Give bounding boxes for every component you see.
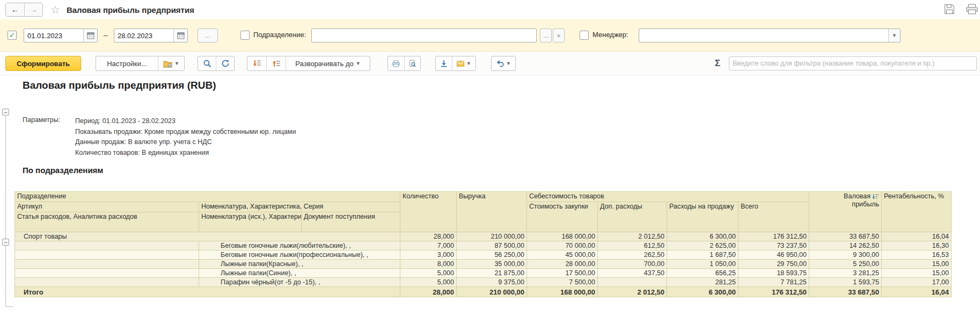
collapse-report-button[interactable]: −: [2, 109, 9, 116]
save-file-button[interactable]: [436, 56, 452, 70]
cell-quantity[interactable]: 3,000: [400, 250, 457, 260]
cell-revenue[interactable]: 87 500,00: [457, 241, 527, 250]
cell-revenue[interactable]: 210 000,00: [457, 287, 527, 297]
cell-quantity[interactable]: 28,000: [400, 232, 457, 241]
cell-selling_costs[interactable]: 6 300,00: [667, 287, 738, 297]
manager-checkbox[interactable]: [580, 31, 589, 40]
collapse-rows-button[interactable]: [247, 56, 266, 70]
chevron-down-icon[interactable]: ▼: [888, 29, 900, 42]
cell-gross_profit[interactable]: 1 593,75: [809, 278, 882, 287]
back-button[interactable]: ←: [6, 3, 24, 16]
cell-purchase_cost[interactable]: 168 000,00: [527, 287, 598, 297]
cell-quantity[interactable]: 8,000: [400, 260, 457, 269]
cell-profitability[interactable]: 16,53: [882, 250, 952, 260]
cell-gross_profit[interactable]: 33 687,50: [809, 287, 882, 297]
cell-nomenclature[interactable]: Лыжные палки(Синие), ,: [199, 269, 400, 278]
cell-selling_costs[interactable]: 1 687,50: [667, 250, 738, 260]
cell-gross_profit[interactable]: 5 250,00: [809, 260, 882, 269]
cell-selling_costs[interactable]: 656,25: [667, 269, 738, 278]
sort-descending-icon[interactable]: [872, 194, 879, 200]
cell-gross_profit[interactable]: 9 300,00: [809, 250, 882, 260]
cell-profitability[interactable]: 15,00: [882, 260, 952, 269]
forward-button[interactable]: →: [24, 3, 42, 16]
period-more-button[interactable]: ...: [198, 28, 218, 42]
cell-total[interactable]: 7 781,25: [738, 278, 809, 287]
cell-selling_costs[interactable]: 281,25: [667, 278, 738, 287]
cell-total[interactable]: 29 750,00: [738, 260, 809, 269]
cell-article[interactable]: [15, 260, 199, 269]
division-input[interactable]: [311, 28, 537, 42]
cell-gross_profit[interactable]: 3 281,25: [809, 269, 882, 278]
cell-gross_profit[interactable]: 14 262,50: [809, 241, 882, 250]
print-button[interactable]: [388, 56, 404, 70]
cell-gross_profit[interactable]: 33 687,50: [809, 232, 882, 241]
expand-rows-button[interactable]: [266, 56, 286, 70]
cell-revenue[interactable]: 56 250,00: [457, 250, 527, 260]
cell-profitability[interactable]: 15,00: [882, 269, 952, 278]
cell-total[interactable]: 18 593,75: [738, 269, 809, 278]
cell-extra_costs[interactable]: [598, 278, 667, 287]
save-icon[interactable]: [942, 3, 956, 16]
cell-extra_costs[interactable]: 262,50: [598, 250, 667, 260]
cell-nomenclature[interactable]: Беговые гоночные лыжи(профессиональные),…: [199, 250, 400, 260]
favorite-star-icon[interactable]: ☆: [50, 3, 60, 16]
cell-revenue[interactable]: 21 875,00: [457, 269, 527, 278]
calendar-icon[interactable]: [173, 29, 187, 42]
cell-purchase_cost[interactable]: 7 500,00: [527, 278, 598, 287]
cell-total[interactable]: 176 312,50: [738, 232, 809, 241]
cell-total-label[interactable]: Итого: [15, 287, 400, 297]
cell-total[interactable]: 73 237,50: [738, 241, 809, 250]
cell-article[interactable]: [15, 241, 199, 250]
cell-nomenclature[interactable]: Парафин чёрный(от -5 до -15), ,: [199, 278, 400, 287]
cell-extra_costs[interactable]: 437,50: [598, 269, 667, 278]
cell-quantity[interactable]: 5,000: [400, 269, 457, 278]
division-checkbox[interactable]: [240, 31, 250, 40]
cell-profitability[interactable]: 16,30: [882, 241, 952, 250]
cell-profitability[interactable]: 16,04: [882, 287, 952, 297]
cell-purchase_cost[interactable]: 70 000,00: [527, 241, 598, 250]
cell-extra_costs[interactable]: 2 012,50: [598, 232, 667, 241]
period-checkbox[interactable]: ✓: [8, 31, 17, 40]
cell-quantity[interactable]: 5,000: [400, 278, 457, 287]
cell-purchase_cost[interactable]: 168 000,00: [527, 232, 598, 241]
date-from-input[interactable]: [24, 29, 83, 42]
cell-revenue[interactable]: 210 000,00: [457, 232, 527, 241]
search-button[interactable]: [198, 56, 216, 70]
cell-extra_costs[interactable]: 700,00: [598, 260, 667, 269]
cell-nomenclature[interactable]: Лыжные палки(Красные), ,: [199, 260, 400, 269]
date-to-input[interactable]: [114, 29, 173, 42]
cell-quantity[interactable]: 28,000: [400, 287, 457, 297]
cell-revenue[interactable]: 35 000,00: [457, 260, 527, 269]
settings-button[interactable]: Настройки...: [96, 56, 158, 70]
send-mail-button[interactable]: ▼: [452, 56, 476, 70]
manager-input[interactable]: [639, 29, 888, 42]
cell-selling_costs[interactable]: 2 625,00: [667, 241, 738, 250]
cell-article[interactable]: [15, 269, 199, 278]
cell-quantity[interactable]: 7,000: [400, 241, 457, 250]
generate-button[interactable]: Сформировать: [5, 56, 81, 71]
word-filter-input[interactable]: [729, 56, 977, 70]
refresh-button[interactable]: [216, 56, 234, 70]
cell-extra_costs[interactable]: 612,50: [598, 241, 667, 250]
calendar-icon[interactable]: [83, 29, 97, 42]
collapse-group-button[interactable]: −: [2, 239, 9, 246]
expand-to-button[interactable]: Разворачивать до ▼: [286, 56, 370, 70]
division-more-button[interactable]: ...: [540, 28, 552, 42]
cell-purchase_cost[interactable]: 28 000,00: [527, 260, 598, 269]
cell-purchase_cost[interactable]: 45 000,00: [527, 250, 598, 260]
cell-total[interactable]: 176 312,50: [738, 287, 809, 297]
print-preview-button[interactable]: [404, 56, 420, 70]
cell-nomenclature[interactable]: Беговые гоночные лыжи(любительские), ,: [199, 241, 400, 250]
cell-article[interactable]: [15, 250, 199, 260]
cell-extra_costs[interactable]: 2 012,50: [598, 287, 667, 297]
sum-sigma-icon[interactable]: Σ: [715, 58, 720, 69]
cell-total[interactable]: 46 950,00: [738, 250, 809, 260]
division-clear-button[interactable]: ×: [553, 28, 565, 42]
cell-article[interactable]: [15, 278, 199, 287]
cell-division[interactable]: Спорт товары: [15, 232, 400, 241]
cell-selling_costs[interactable]: 6 300,00: [667, 232, 738, 241]
print-icon[interactable]: [965, 3, 979, 16]
cell-profitability[interactable]: 16,04: [882, 232, 952, 241]
cell-selling_costs[interactable]: 1 050,00: [667, 260, 738, 269]
cell-purchase_cost[interactable]: 17 500,00: [527, 269, 598, 278]
